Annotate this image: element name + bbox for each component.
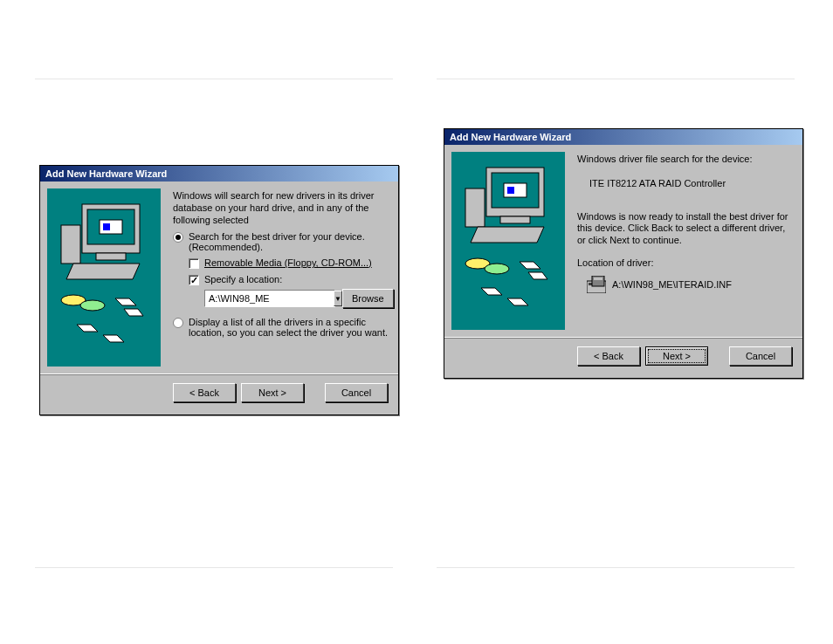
ready-text: Windows is now ready to install the best… <box>577 211 792 247</box>
svg-rect-10 <box>504 183 527 197</box>
svg-rect-18 <box>592 276 604 286</box>
svg-rect-4 <box>96 253 126 260</box>
titlebar: Add New Hardware Wizard <box>40 166 398 182</box>
svg-rect-3 <box>103 223 110 230</box>
device-name: ITE IT8212 ATA RAID Controller <box>589 178 792 190</box>
svg-rect-11 <box>507 187 514 194</box>
radio-search-best[interactable] <box>173 232 183 243</box>
cancel-button[interactable]: Cancel <box>729 346 792 366</box>
svg-point-15 <box>485 264 509 274</box>
title-text: Add New Hardware Wizard <box>450 132 571 142</box>
back-button[interactable]: < Back <box>173 383 236 402</box>
driver-path: A:\WIN98_ME\ITERAID.INF <box>612 279 732 290</box>
browse-button[interactable]: Browse <box>342 289 394 308</box>
svg-rect-19 <box>594 277 602 280</box>
svg-rect-5 <box>61 225 80 264</box>
wizard-dialog-ready: Add New Hardware Wizard Windows driver f… <box>444 128 803 379</box>
wizard-sidebar-image <box>451 152 565 330</box>
radio-display-list-label[interactable]: Display a list of all the drivers in a s… <box>189 317 394 338</box>
wizard-dialog-search: Add New Hardware Wizard <box>39 165 399 415</box>
floppy-icon <box>586 275 607 294</box>
checkbox-specify-location[interactable] <box>189 275 199 285</box>
search-heading: Windows driver file search for the devic… <box>577 154 792 166</box>
titlebar: Add New Hardware Wizard <box>444 129 802 145</box>
radio-display-list[interactable] <box>173 318 183 328</box>
intro-text: Windows will search for new drivers in i… <box>173 190 394 226</box>
svg-point-7 <box>80 300 105 311</box>
back-button[interactable]: < Back <box>577 346 640 366</box>
svg-rect-13 <box>465 188 485 227</box>
radio-search-best-label[interactable]: Search for the best driver for your devi… <box>189 231 394 252</box>
next-button[interactable]: Next > <box>645 346 708 366</box>
svg-rect-2 <box>100 220 122 234</box>
checkbox-removable-label[interactable]: Removable Media (Floppy, CD-ROM...) <box>204 257 372 268</box>
title-text: Add New Hardware Wizard <box>45 168 167 179</box>
svg-rect-12 <box>500 216 530 223</box>
dropdown-arrow-icon[interactable]: ▼ <box>334 291 342 306</box>
wizard-sidebar-image <box>47 188 161 367</box>
next-button[interactable]: Next > <box>241 383 304 402</box>
checkbox-specify-label[interactable]: Specify a location: <box>204 274 282 284</box>
cancel-button[interactable]: Cancel <box>325 383 388 402</box>
checkbox-removable-media[interactable] <box>189 258 199 269</box>
location-input[interactable] <box>205 293 333 304</box>
location-label: Location of driver: <box>577 257 792 270</box>
location-combo[interactable]: ▼ <box>204 290 335 307</box>
